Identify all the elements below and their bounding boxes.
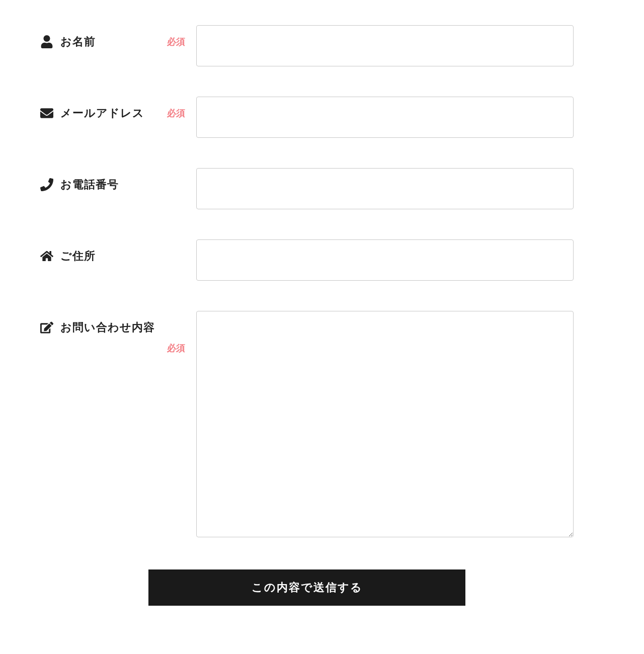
inquiry-label: お問い合わせ内容	[60, 320, 155, 335]
form-row-inquiry: お問い合わせ内容 必須	[40, 311, 574, 539]
form-row-phone: お電話番号	[40, 168, 574, 209]
input-wrap-inquiry	[196, 311, 574, 539]
label-wrap-email: メールアドレス 必須	[40, 97, 196, 121]
form-row-name: お名前 必須	[40, 25, 574, 66]
form-row-address: ご住所	[40, 239, 574, 281]
input-wrap-address	[196, 239, 574, 281]
submit-wrap: この内容で送信する	[40, 569, 574, 606]
home-icon	[40, 250, 53, 263]
email-input[interactable]	[196, 97, 574, 138]
phone-label: お電話番号	[60, 177, 119, 192]
name-input[interactable]	[196, 25, 574, 66]
contact-form: お名前 必須 メールアドレス 必須 お電話番号 ご住所	[40, 25, 574, 606]
label-wrap-phone: お電話番号	[40, 168, 196, 192]
edit-icon	[40, 321, 53, 334]
inquiry-textarea[interactable]	[196, 311, 574, 537]
submit-button[interactable]: この内容で送信する	[148, 569, 465, 606]
input-wrap-phone	[196, 168, 574, 209]
user-icon	[40, 35, 53, 48]
name-label: お名前	[60, 34, 96, 49]
required-badge: 必須	[167, 36, 185, 48]
address-label: ご住所	[60, 249, 96, 264]
required-badge: 必須	[40, 342, 185, 354]
label-wrap-address: ご住所	[40, 239, 196, 264]
address-input[interactable]	[196, 239, 574, 281]
required-badge: 必須	[167, 107, 185, 119]
email-label: メールアドレス	[60, 106, 144, 121]
envelope-icon	[40, 107, 53, 120]
form-row-email: メールアドレス 必須	[40, 97, 574, 138]
input-wrap-name	[196, 25, 574, 66]
label-wrap-name: お名前 必須	[40, 25, 196, 49]
phone-icon	[40, 178, 53, 191]
label-wrap-inquiry: お問い合わせ内容 必須	[40, 311, 196, 354]
input-wrap-email	[196, 97, 574, 138]
phone-input[interactable]	[196, 168, 574, 209]
